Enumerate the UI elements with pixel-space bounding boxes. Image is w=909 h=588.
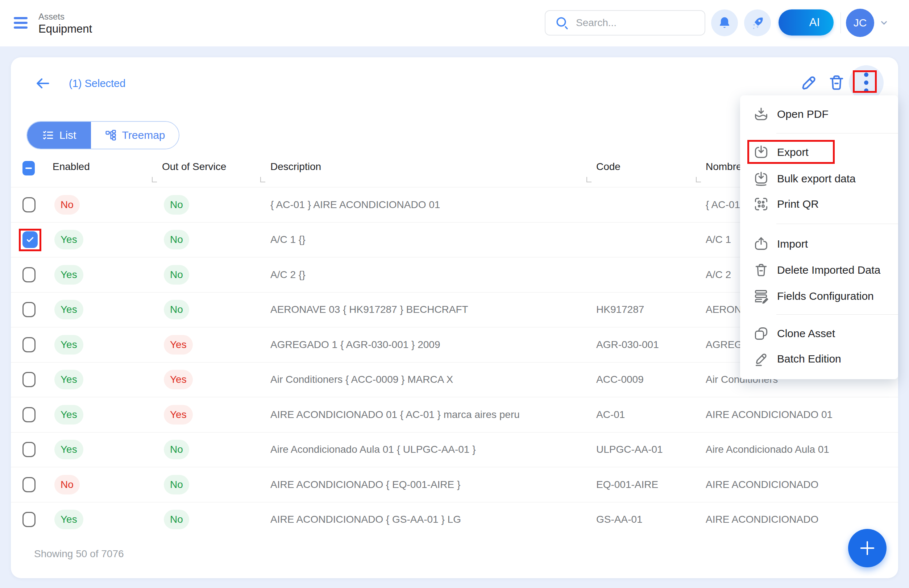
print-qr-icon	[753, 196, 769, 212]
column-resize-handle[interactable]	[586, 177, 591, 183]
description-cell: AERONAVE 03 { HK917287 } BECHCRAFT	[270, 304, 468, 315]
delete-button[interactable]	[827, 73, 846, 92]
menu-item-label: Print QR	[777, 198, 819, 210]
column-resize-handle[interactable]	[260, 177, 265, 183]
table-row[interactable]: NoNoAIRE ACONDICIONADO { EQ-001-AIRE }EQ…	[11, 467, 898, 502]
out-of-service-badge: No	[164, 510, 189, 529]
bell-icon	[717, 15, 732, 31]
ai-assistant-button[interactable]: AI	[778, 10, 834, 36]
column-resize-handle[interactable]	[696, 177, 701, 183]
out-of-service-badge: No	[164, 265, 189, 284]
menu-item-batch-edition[interactable]: Batch Edition	[740, 346, 898, 372]
out-of-service-badge: No	[164, 475, 189, 494]
row-checkbox[interactable]	[23, 372, 36, 387]
row-checkbox[interactable]	[23, 267, 36, 283]
open-pdf-icon	[753, 106, 769, 122]
code-cell: GS-AA-01	[596, 514, 643, 525]
rocket-button[interactable]	[744, 10, 771, 36]
row-checkbox[interactable]	[23, 197, 36, 212]
code-cell: HK917287	[596, 304, 644, 315]
nombre-cell: AERON	[706, 304, 742, 315]
column-header-enabled[interactable]: Enabled	[53, 161, 90, 173]
description-cell: AGREGADO 1 { AGR-030-001 } 2009	[270, 339, 440, 351]
nombre-cell: A/C 1	[706, 234, 731, 246]
nombre-cell: Aire Acondicionado Aula 01	[706, 444, 829, 456]
menu-item-label: Export	[777, 146, 809, 158]
table-row[interactable]: YesYesAIRE ACONDICIONADO 01 { AC-01 } ma…	[11, 397, 898, 432]
row-checkbox[interactable]	[23, 337, 36, 352]
column-header-description[interactable]: Description	[270, 161, 321, 173]
enabled-badge: Yes	[54, 405, 83, 425]
menu-divider	[777, 224, 898, 224]
select-all-checkbox[interactable]	[23, 161, 35, 176]
app-header: Assets Equipment Search... AI JC	[0, 0, 909, 47]
row-checkbox[interactable]	[23, 477, 36, 492]
menu-item-import[interactable]: Import	[740, 231, 898, 257]
avatar[interactable]: JC	[846, 9, 874, 37]
column-header-code[interactable]: Code	[596, 161, 620, 173]
chevron-down-icon[interactable]	[878, 18, 890, 27]
menu-item-label: Batch Edition	[777, 353, 841, 365]
table-row[interactable]: YesNoAIRE ACONDICIONADO { GS-AA-01 } LGG…	[11, 502, 898, 537]
export-icon	[753, 144, 769, 160]
notifications-button[interactable]	[711, 10, 738, 36]
treemap-icon	[105, 129, 117, 141]
selected-count[interactable]: (1) Selected	[69, 78, 125, 90]
menu-item-clone-asset[interactable]: Clone Asset	[740, 321, 898, 346]
row-checkbox[interactable]	[23, 512, 36, 527]
menu-item-delete-imported[interactable]: Delete Imported Data	[740, 257, 898, 283]
code-cell: AC-01	[596, 409, 625, 420]
list-view-icon	[42, 129, 54, 141]
edit-button[interactable]	[799, 73, 818, 92]
description-cell: AIRE ACONDICIONADO { GS-AA-01 } LG	[270, 514, 461, 525]
nombre-cell: AIRE ACONDICIONADO	[706, 479, 819, 491]
hamburger-menu-icon[interactable]	[14, 16, 28, 31]
menu-item-bulk-export[interactable]: Bulk export data	[740, 166, 898, 191]
avatar-initials: JC	[854, 17, 867, 29]
more-options-button[interactable]	[861, 72, 872, 94]
nombre-cell: AGREG	[706, 339, 742, 351]
description-cell: A/C 1 {}	[270, 234, 305, 246]
out-of-service-badge: Yes	[164, 405, 193, 425]
row-checkbox[interactable]	[23, 231, 38, 248]
menu-item-fields-config[interactable]: Fields Configuration	[740, 283, 898, 309]
enabled-badge: Yes	[54, 440, 83, 459]
search-input[interactable]: Search...	[545, 10, 705, 36]
enabled-badge: No	[54, 195, 80, 215]
list-label: List	[60, 129, 76, 141]
out-of-service-badge: Yes	[164, 335, 193, 355]
enabled-badge: Yes	[54, 370, 83, 389]
more-options-menu: Open PDFExportBulk export dataPrint QRIm…	[740, 95, 898, 379]
column-header-out-of-service[interactable]: Out of Service	[162, 161, 226, 173]
row-count-status: Showing 50 of 7076	[34, 548, 124, 560]
description-cell: Aire Acondicionado Aula 01 { ULPGC-AA-01…	[270, 444, 476, 456]
back-arrow-icon[interactable]	[33, 75, 52, 91]
row-checkbox[interactable]	[23, 407, 36, 422]
tab-treemap-view[interactable]: Treemap	[91, 122, 179, 149]
column-resize-handle[interactable]	[152, 177, 157, 183]
menu-divider	[777, 314, 898, 315]
tab-list-view[interactable]: List	[27, 122, 91, 149]
search-icon	[555, 16, 569, 30]
enabled-badge: Yes	[54, 335, 83, 355]
out-of-service-badge: No	[164, 300, 189, 319]
enabled-badge: Yes	[54, 230, 83, 249]
menu-item-label: Bulk export data	[777, 173, 856, 185]
breadcrumb: Assets	[39, 11, 65, 22]
table-row[interactable]: YesNoAire Acondicionado Aula 01 { ULPGC-…	[11, 432, 898, 467]
code-cell: ULPGC-AA-01	[596, 444, 663, 456]
bulk-export-icon	[753, 171, 769, 187]
column-header-nombre[interactable]: Nombre	[706, 161, 742, 173]
row-checkbox[interactable]	[23, 302, 36, 317]
menu-item-label: Fields Configuration	[777, 290, 874, 302]
menu-item-print-qr[interactable]: Print QR	[740, 191, 898, 217]
page-title: Equipment	[39, 23, 92, 36]
add-asset-button[interactable]	[848, 529, 886, 567]
menu-item-label: Open PDF	[777, 108, 828, 120]
menu-item-export[interactable]: Export	[740, 140, 898, 165]
row-checkbox[interactable]	[23, 442, 36, 457]
batch-edition-icon	[753, 351, 769, 367]
menu-item-open-pdf[interactable]: Open PDF	[740, 102, 898, 127]
menu-item-label: Delete Imported Data	[777, 264, 880, 276]
out-of-service-badge: No	[164, 195, 189, 215]
